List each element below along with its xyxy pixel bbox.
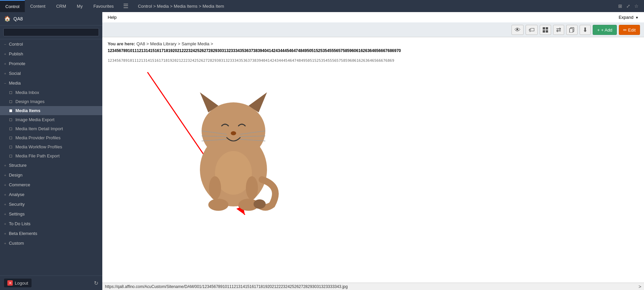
section-label-social: Social (9, 71, 20, 76)
sidebar-bottom: ✕ Logout ↻ (0, 276, 102, 290)
star-icon[interactable]: ☆ (634, 3, 639, 9)
copy-button[interactable] (566, 25, 578, 35)
svg-point-9 (202, 102, 265, 159)
section-label-promote: Promote (9, 61, 25, 66)
sidebar-section-beta[interactable]: + Beta Elements (0, 229, 102, 238)
svg-point-24 (246, 176, 258, 200)
sidebar-item-label: Media Item Detail Import (15, 126, 63, 131)
sidebar-section-todo[interactable]: + To Do Lists (0, 219, 102, 229)
tab-control[interactable]: Control (0, 0, 25, 12)
tab-content[interactable]: Content (25, 0, 51, 12)
sidebar-section-media[interactable]: − Media (0, 78, 102, 88)
section-label-settings: Settings (9, 211, 24, 216)
svg-rect-2 (543, 30, 545, 33)
chevron-down-icon: ▼ (635, 16, 639, 19)
sidebar-item-media-provider-profiles[interactable]: Media Provider Profiles (0, 133, 102, 142)
tab-my[interactable]: My (71, 0, 88, 12)
sidebar-item-media-file-path-export[interactable]: Media File Path Export (0, 151, 102, 160)
logout-label: Logout (15, 281, 28, 286)
tab-crm[interactable]: CRM (51, 0, 71, 12)
sidebar-item-label: Media Workflow Profiles (15, 144, 62, 149)
toggle-icon: + (4, 222, 6, 226)
refresh-button[interactable]: ↻ (94, 280, 98, 286)
sidebar-section-commerce[interactable]: + Commerce (0, 180, 102, 190)
window-restore-icon[interactable]: ⊞ (618, 3, 622, 9)
item-square-icon (9, 155, 12, 157)
expand-label: Expand (619, 15, 633, 20)
sidebar-item-label: Media Inbox (15, 90, 39, 95)
sidebar-item-media-items[interactable]: Media Items (0, 106, 102, 115)
edit-button[interactable]: ✏ Edit (619, 25, 640, 35)
item-square-icon (9, 91, 12, 94)
sidebar-section-design[interactable]: + Design (0, 170, 102, 180)
svg-rect-5 (570, 29, 573, 33)
sidebar-item-label: Media Items (15, 108, 40, 113)
sidebar-item-media-item-detail-import[interactable]: Media Item Detail Import (0, 124, 102, 133)
svg-point-21 (254, 199, 266, 209)
section-label-design: Design (9, 173, 22, 178)
window-maximize-icon[interactable]: ⤢ (626, 3, 630, 9)
sidebar-section-security[interactable]: + Security (0, 199, 102, 209)
item-square-icon (9, 109, 12, 112)
view-button[interactable]: 👁 (512, 25, 524, 35)
sidebar-site[interactable]: 🏠 QA8 (0, 12, 102, 26)
url-bar: https://qa8.affino.com/AcuCustom/Sitenam… (102, 283, 644, 290)
sidebar-section-publish[interactable]: + Publish (0, 49, 102, 59)
hamburger-icon[interactable]: ☰ (119, 2, 132, 10)
toggle-icon: + (4, 193, 6, 197)
sidebar-search-area (0, 26, 102, 39)
tag-button[interactable]: 🏷 (526, 25, 538, 35)
toggle-icon: + (4, 71, 6, 76)
expand-button[interactable]: Expand ▼ (619, 15, 639, 20)
section-label-structure: Structure (9, 163, 26, 168)
sidebar-item-image-media-export[interactable]: Image Media Export (0, 115, 102, 124)
breadcrumb-area: You are here: QA8 > Media Library > Samp… (102, 37, 644, 56)
sidebar-section-custom[interactable]: + Custom (0, 238, 102, 248)
sidebar-section-structure[interactable]: + Structure (0, 160, 102, 170)
home-icon: 🏠 (4, 15, 11, 22)
logout-button[interactable]: ✕ Logout (4, 279, 32, 287)
sidebar-item-label: Media Provider Profiles (15, 135, 60, 140)
sidebar-section-control[interactable]: − Control (0, 39, 102, 49)
section-label-control: Control (9, 42, 23, 47)
svg-point-19 (208, 199, 228, 211)
download-button[interactable]: ⬇ (580, 25, 591, 35)
url-text: https://qa8.affino.com/AcuCustom/Sitenam… (105, 284, 348, 289)
toggle-icon: + (4, 212, 6, 216)
cat-container (108, 65, 639, 220)
tab-favourites[interactable]: Favourites (88, 0, 119, 12)
section-label-custom: Custom (9, 241, 24, 246)
toggle-icon: − (4, 81, 6, 85)
sidebar-section-social[interactable]: + Social (0, 68, 102, 78)
sidebar-item-design-images[interactable]: Design Images (0, 97, 102, 106)
sidebar-section-promote[interactable]: + Promote (0, 59, 102, 68)
add-button[interactable]: + + Add (593, 25, 616, 35)
sidebar-item-label: Design Images (15, 99, 45, 104)
section-label-beta: Beta Elements (9, 231, 37, 236)
edit-label: Edit (628, 28, 636, 33)
site-name: QA8 (13, 16, 23, 21)
sidebar-item-media-inbox[interactable]: Media Inbox (0, 88, 102, 97)
content-area: Help Expand ▼ 👁 🏷 ⇄ (102, 12, 644, 290)
swap-button[interactable]: ⇄ (553, 25, 564, 35)
toggle-icon: + (4, 202, 6, 206)
sidebar-item-media-workflow-profiles[interactable]: Media Workflow Profiles (0, 142, 102, 151)
toggle-icon: + (4, 163, 6, 167)
item-square-icon (9, 137, 12, 139)
sidebar: 🏠 QA8 − Control + Publish + Promote + So… (0, 12, 102, 290)
help-label: Help (108, 15, 117, 20)
section-label-commerce: Commerce (9, 182, 30, 187)
sidebar-section-settings[interactable]: + Settings (0, 209, 102, 219)
svg-rect-3 (546, 30, 548, 33)
toggle-icon: + (4, 232, 6, 236)
grid-button[interactable] (540, 25, 551, 35)
sidebar-section-analyse[interactable]: + Analyse (0, 190, 102, 199)
cat-illustration (175, 72, 292, 213)
svg-point-12 (231, 131, 236, 135)
toggle-icon: + (4, 173, 6, 177)
plus-icon: + (597, 28, 600, 33)
section-label-todo: To Do Lists (9, 221, 30, 226)
search-input[interactable] (3, 28, 99, 36)
url-arrow-icon[interactable]: > (639, 284, 641, 289)
item-square-icon (9, 100, 12, 103)
